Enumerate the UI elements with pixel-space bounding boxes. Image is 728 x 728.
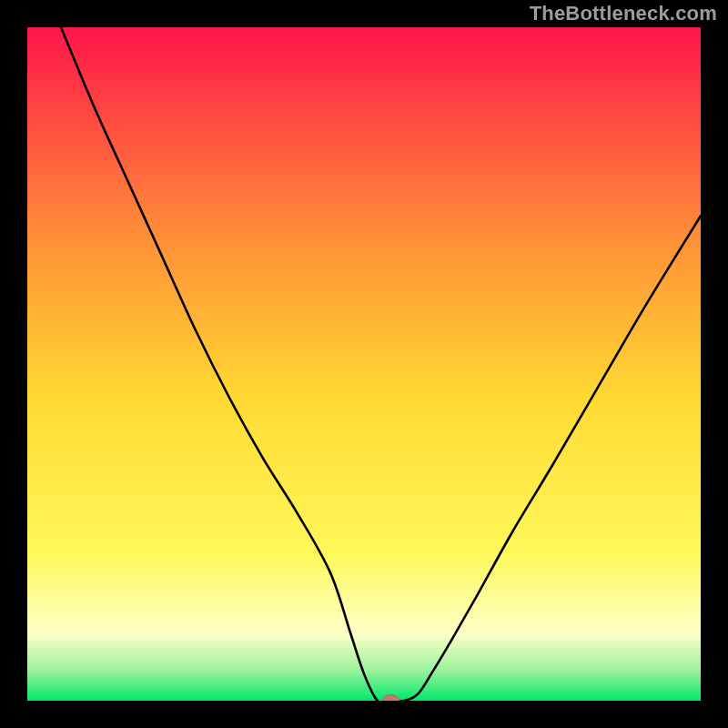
frame: TheBottleneck.com [0, 0, 728, 728]
gradient-panel [27, 27, 701, 701]
bottleneck-chart [27, 27, 701, 701]
watermark-text: TheBottleneck.com [530, 2, 717, 25]
chart-svg [27, 27, 701, 701]
